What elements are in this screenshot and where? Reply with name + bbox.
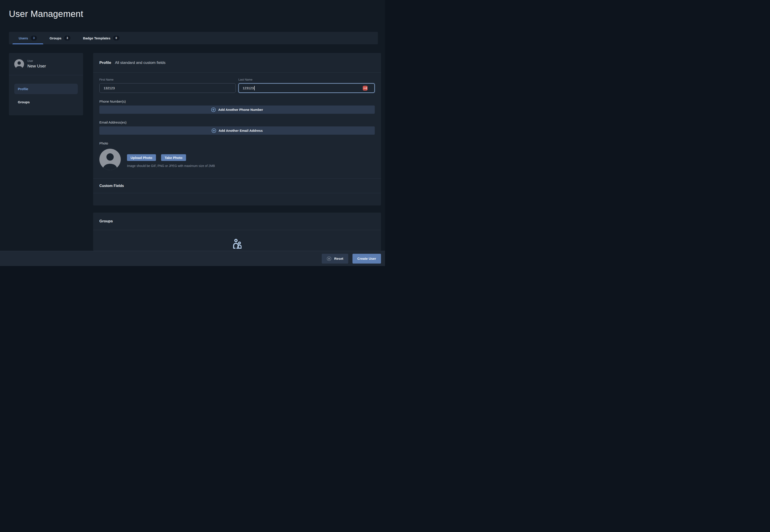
add-phone-number-button[interactable]: Add Another Phone Number (99, 106, 375, 114)
groups-card-title: Groups (99, 219, 113, 223)
groups-card-header: Groups (93, 213, 381, 230)
user-summary-header: User New User (9, 53, 83, 75)
last-name-value: 123123 (243, 86, 254, 90)
text-caret (254, 86, 255, 90)
sidebar-item-groups[interactable]: Groups (14, 97, 78, 107)
password-manager-icon[interactable] (363, 86, 368, 91)
last-name-input[interactable]: 123123 (239, 83, 375, 93)
user-management-screen: User Management Users 3 Groups 3 Badge T… (0, 0, 385, 266)
phone-numbers-label: Phone Number(s) (99, 99, 375, 103)
custom-fields-bottom-divider (93, 193, 381, 193)
custom-fields-title: Custom Fields (99, 184, 375, 188)
first-name-value: 132123 (104, 86, 115, 90)
plus-circle-icon (211, 107, 216, 112)
sidebar-item-groups-label: Groups (18, 100, 30, 104)
active-tab-indicator (12, 43, 43, 44)
photo-label: Photo (99, 141, 375, 145)
tab-badge-templates[interactable]: Badge Templates 0 (77, 32, 126, 44)
photo-hint: Image should be GIF, PNG or JPEG with ma… (127, 164, 215, 168)
create-user-button[interactable]: Create User (352, 254, 381, 264)
take-photo-button[interactable]: Take Photo (161, 154, 186, 161)
user-avatar-icon (14, 59, 24, 69)
first-name-label: First Name (99, 78, 236, 81)
tab-badge-templates-label: Badge Templates (83, 36, 110, 40)
profile-card-header: Profile All standard and custom fields (93, 53, 381, 73)
profile-card: Profile All standard and custom fields F… (93, 53, 381, 205)
plus-circle-icon (212, 128, 216, 133)
tab-users-label: Users (19, 36, 28, 40)
add-email-address-button[interactable]: Add Another Email Address (99, 126, 375, 135)
tab-bar: Users 3 Groups 3 Badge Templates 0 (9, 32, 378, 44)
entity-type-label: User (27, 59, 46, 63)
photo-row: Upload Photo Take Photo Image should be … (99, 149, 375, 170)
reset-button[interactable]: Reset (322, 254, 348, 264)
sidebar-item-profile[interactable]: Profile (14, 84, 78, 94)
last-name-field: Last Name 123123 (239, 78, 375, 93)
tab-groups[interactable]: Groups 3 (43, 32, 77, 44)
photo-actions: Upload Photo Take Photo Image should be … (127, 149, 215, 170)
email-addresses-label: Email Address(es) (99, 120, 375, 124)
last-name-label: Last Name (239, 78, 375, 81)
page-title: User Management (9, 9, 83, 19)
people-group-icon (233, 239, 242, 249)
tab-groups-label: Groups (49, 36, 61, 40)
x-circle-icon (327, 256, 332, 261)
footer-action-bar: Reset Create User (0, 251, 385, 266)
profile-card-subtitle: All standard and custom fields (115, 61, 165, 65)
photo-preview-avatar-icon (99, 149, 121, 170)
name-fields-row: First Name 132123 Last Name 123123 (99, 78, 375, 93)
user-summary-card: User New User Profile Groups (9, 53, 83, 115)
entity-name: New User (27, 64, 46, 69)
profile-card-body: First Name 132123 Last Name 123123 (93, 73, 381, 193)
reset-button-label: Reset (334, 257, 343, 260)
tab-groups-count-badge: 3 (64, 36, 71, 41)
sidebar-item-profile-label: Profile (18, 87, 28, 91)
first-name-input[interactable]: 132123 (99, 83, 236, 93)
add-email-address-label: Add Another Email Address (219, 129, 263, 132)
first-name-field: First Name 132123 (99, 78, 236, 93)
groups-card: Groups (93, 213, 381, 251)
profile-card-title: Profile (99, 61, 111, 65)
tab-users-count-badge: 3 (31, 36, 37, 41)
upload-photo-button[interactable]: Upload Photo (127, 154, 156, 161)
groups-empty-state (93, 230, 381, 251)
add-phone-number-label: Add Another Phone Number (218, 108, 263, 112)
tab-badge-templates-count-badge: 0 (113, 36, 120, 41)
sidebar-nav: Profile Groups (9, 75, 83, 107)
tab-users[interactable]: Users 3 (12, 32, 43, 44)
custom-fields-section: Custom Fields (99, 179, 375, 193)
